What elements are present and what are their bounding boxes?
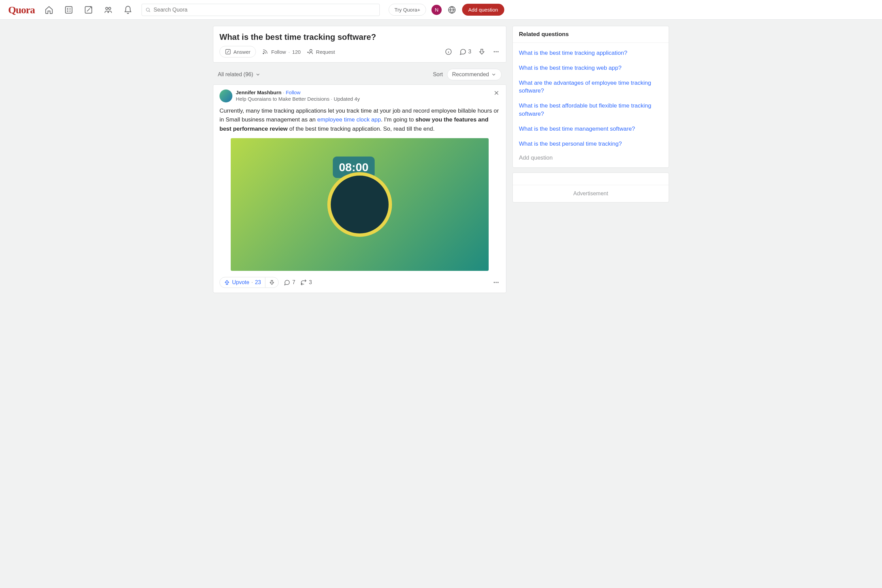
answer-timestamp: Updated 4y bbox=[334, 96, 360, 102]
follow-button[interactable]: Follow · 120 bbox=[262, 48, 301, 55]
related-questions-card: Related questions What is the best time … bbox=[513, 26, 669, 168]
answer-credential: Help Quoraians to Make Better Decisions bbox=[236, 96, 329, 102]
answer-more-icon[interactable] bbox=[492, 279, 500, 286]
svg-rect-0 bbox=[66, 6, 72, 13]
question-title: What is the best time tracking software? bbox=[219, 32, 500, 42]
follow-icon bbox=[262, 48, 269, 55]
answer-author-name[interactable]: Jennifer Mashburn bbox=[236, 90, 281, 95]
all-related-dropdown[interactable]: All related (96) bbox=[218, 72, 261, 78]
svg-point-12 bbox=[498, 51, 498, 52]
upvote-icon bbox=[224, 279, 230, 285]
svg-point-2 bbox=[106, 7, 108, 9]
svg-point-13 bbox=[494, 282, 495, 283]
answer-body: Currently, many time tracking applicatio… bbox=[219, 106, 500, 134]
upvote-count: 23 bbox=[255, 279, 261, 285]
logo[interactable]: Quora bbox=[8, 4, 35, 16]
question-actions: Answer Follow · 120 Request 3 bbox=[219, 46, 500, 57]
related-question-link[interactable]: What is the best time tracking applicati… bbox=[519, 46, 663, 61]
search-icon bbox=[145, 7, 151, 13]
upvote-label: Upvote bbox=[232, 279, 249, 285]
svg-point-11 bbox=[495, 51, 496, 52]
search-input[interactable] bbox=[153, 7, 376, 13]
chevron-down-icon bbox=[491, 72, 496, 77]
question-card: What is the best time tracking software?… bbox=[213, 26, 506, 63]
answer-comment-count: 7 bbox=[292, 279, 296, 285]
related-question-link[interactable]: What are the advantages of employee time… bbox=[519, 75, 663, 99]
try-quora-plus-button[interactable]: Try Quora+ bbox=[388, 4, 426, 16]
analog-clock-graphic bbox=[327, 172, 392, 237]
comments-button[interactable]: 3 bbox=[459, 48, 471, 56]
more-icon[interactable] bbox=[492, 48, 500, 56]
related-question-link[interactable]: What is the best affordable but flexible… bbox=[519, 98, 663, 122]
answer-button[interactable]: Answer bbox=[219, 46, 256, 57]
svg-point-4 bbox=[146, 8, 149, 11]
info-icon[interactable] bbox=[445, 48, 452, 56]
follow-label: Follow bbox=[271, 49, 286, 55]
sort-value: Recommended bbox=[452, 72, 489, 78]
svg-point-3 bbox=[108, 7, 111, 9]
related-question-link[interactable]: What is the best time management softwar… bbox=[519, 122, 663, 136]
related-question-link[interactable]: What is the best time tracking web app? bbox=[519, 61, 663, 75]
svg-point-10 bbox=[494, 51, 495, 52]
avatar[interactable]: N bbox=[432, 5, 442, 15]
svg-point-8 bbox=[310, 50, 312, 52]
advertisement-card: Advertisement bbox=[513, 172, 669, 202]
answer-text: . I'm going to bbox=[381, 116, 416, 123]
sidebar-add-question[interactable]: Add question bbox=[519, 151, 663, 166]
comment-count: 3 bbox=[468, 49, 471, 55]
follow-count: 120 bbox=[292, 49, 301, 55]
filter-row: All related (96) Sort Recommended bbox=[213, 67, 506, 84]
close-icon[interactable] bbox=[493, 90, 500, 96]
answer-inline-link[interactable]: employee time clock app bbox=[317, 116, 381, 123]
request-button[interactable]: Request bbox=[307, 48, 335, 55]
edit-icon bbox=[225, 49, 231, 55]
request-label: Request bbox=[316, 49, 335, 55]
nav-icons bbox=[44, 5, 133, 15]
related-question-link[interactable]: What is the best personal time tracking? bbox=[519, 136, 663, 152]
top-header: Quora Try Quora+ N Add question bbox=[0, 0, 882, 20]
svg-point-7 bbox=[263, 53, 264, 54]
spaces-icon[interactable] bbox=[104, 5, 113, 15]
upvote-button[interactable]: Upvote · 23 bbox=[220, 278, 266, 288]
answer-label: Answer bbox=[233, 49, 250, 55]
answer-share-count: 3 bbox=[309, 279, 312, 285]
answer-footer: Upvote · 23 7 3 bbox=[219, 274, 500, 288]
vote-pill: Upvote · 23 bbox=[219, 277, 279, 288]
answer-card: Jennifer Mashburn · Follow Help Quoraian… bbox=[213, 84, 506, 293]
sort-dropdown[interactable]: Recommended bbox=[447, 69, 502, 80]
header-right: Try Quora+ N Add question bbox=[388, 4, 504, 16]
home-icon[interactable] bbox=[44, 5, 54, 15]
related-questions-list: What is the best time tracking applicati… bbox=[513, 43, 669, 167]
chevron-down-icon bbox=[255, 72, 261, 77]
answer-icon[interactable] bbox=[84, 5, 93, 15]
globe-icon[interactable] bbox=[447, 5, 457, 15]
answer-image[interactable]: 08:00 bbox=[231, 138, 489, 271]
downvote-button[interactable] bbox=[266, 278, 278, 288]
svg-point-14 bbox=[495, 282, 496, 283]
downvote-icon[interactable] bbox=[478, 48, 486, 56]
request-icon bbox=[307, 48, 314, 55]
advertisement-label: Advertisement bbox=[513, 185, 669, 202]
following-icon[interactable] bbox=[64, 5, 74, 15]
share-button[interactable]: 3 bbox=[300, 279, 312, 286]
answer-author-avatar[interactable] bbox=[219, 90, 232, 102]
answer-follow-link[interactable]: Follow bbox=[286, 90, 300, 95]
related-questions-title: Related questions bbox=[513, 26, 669, 43]
sort-label: Sort bbox=[433, 72, 443, 78]
search-box[interactable] bbox=[141, 4, 380, 16]
notifications-icon[interactable] bbox=[123, 5, 133, 15]
all-related-label: All related (96) bbox=[218, 72, 253, 78]
comment-button[interactable]: 7 bbox=[284, 279, 296, 286]
add-question-button[interactable]: Add question bbox=[462, 4, 504, 16]
answer-text: of the best time tracking application. S… bbox=[288, 126, 435, 132]
svg-point-15 bbox=[498, 282, 498, 283]
